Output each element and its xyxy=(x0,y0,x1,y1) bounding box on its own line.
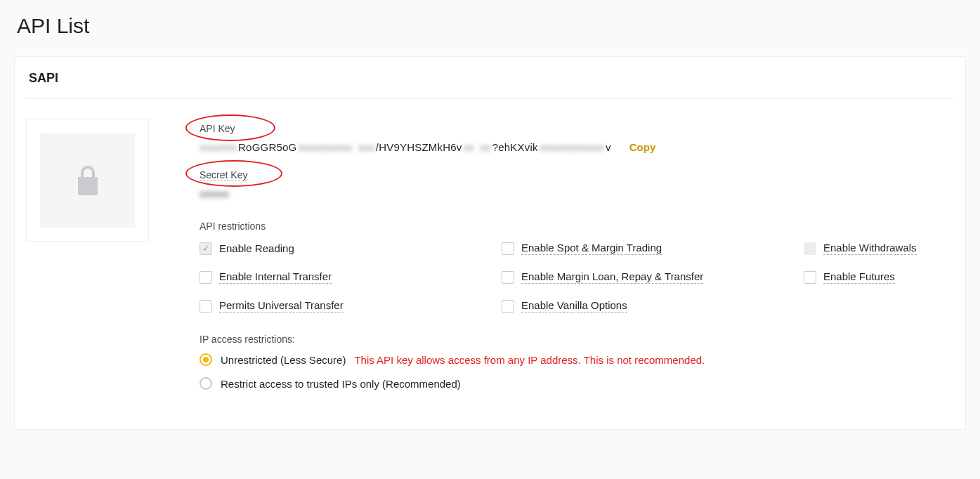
check-icon: ✓ xyxy=(202,244,210,253)
key-frag: xxxxXIx xyxy=(200,141,237,153)
ip-access-title: IP access restrictions: xyxy=(200,334,954,345)
radio-button[interactable] xyxy=(200,377,212,390)
api-key-group: API Key xxxxXIx RoGGR5oG xxxxxxxxxx xxx … xyxy=(200,123,954,153)
qr-lock-box xyxy=(26,119,149,242)
restriction-item[interactable]: Permits Universal Transfer xyxy=(200,299,502,313)
restriction-item: Enable Withdrawals xyxy=(804,242,944,255)
restriction-label: Enable Futures xyxy=(823,270,895,284)
restriction-label: Enable Spot & Margin Trading xyxy=(521,242,662,255)
restriction-label: Enable Reading xyxy=(219,242,294,255)
restriction-label: Enable Internal Transfer xyxy=(219,270,332,284)
ip-option-label: Restrict access to trusted IPs only (Rec… xyxy=(221,378,461,390)
restriction-label: Enable Vanilla Options xyxy=(521,299,627,313)
api-key-label: API Key xyxy=(200,123,954,134)
checkbox xyxy=(804,242,816,255)
ip-option-label: Unrestricted (Less Secure) xyxy=(221,354,346,366)
key-frag: v xyxy=(606,141,611,153)
lock-inner xyxy=(40,133,135,228)
api-key-value: xxxxXIx RoGGR5oG xxxxxxxxxx xxx /HV9YHSZ… xyxy=(200,141,611,153)
key-frag: xx xyxy=(480,141,490,153)
key-frag: xx xyxy=(463,141,473,153)
secret-key-value: xxxxxx xyxy=(200,188,954,199)
restriction-item[interactable]: Enable Futures xyxy=(804,270,944,284)
key-frag: xxxxxxxxxx xyxy=(298,141,352,153)
restriction-item: ✓Enable Reading xyxy=(200,242,502,255)
restriction-label: Enable Margin Loan, Repay & Transfer xyxy=(521,270,703,284)
key-frag: xxx xyxy=(358,141,374,153)
restriction-item[interactable]: Enable Spot & Margin Trading xyxy=(502,242,804,255)
restriction-label: Enable Withdrawals xyxy=(823,242,917,255)
ip-warning-text: This API key allows access from any IP a… xyxy=(354,354,705,366)
key-frag: /HV9YHSZMkH6v xyxy=(376,141,462,153)
restriction-item[interactable]: Enable Margin Loan, Repay & Transfer xyxy=(502,270,804,284)
key-frag: ?ehKXvik xyxy=(492,141,538,153)
key-frag: xxxxxxxxxxxx xyxy=(540,141,604,153)
checkbox[interactable] xyxy=(502,300,514,313)
api-card: SAPI API Key xxxxXIx RoGGR5oG xyxy=(14,56,966,430)
copy-api-key-button[interactable]: Copy xyxy=(629,141,656,153)
key-frag: RoGGR5oG xyxy=(238,141,296,153)
ip-option-row[interactable]: Unrestricted (Less Secure)This API key a… xyxy=(200,353,954,366)
radio-dot-icon xyxy=(203,357,209,362)
restriction-item[interactable]: Enable Vanilla Options xyxy=(502,299,804,313)
svg-rect-0 xyxy=(86,183,89,190)
content-row: API Key xxxxXIx RoGGR5oG xxxxxxxxxx xxx … xyxy=(26,119,954,401)
lock-icon xyxy=(75,164,100,197)
ip-access-section: IP access restrictions: Unrestricted (Le… xyxy=(200,334,954,390)
radio-button[interactable] xyxy=(200,353,212,366)
api-restrictions-label: API restrictions xyxy=(200,221,954,232)
restriction-item[interactable]: Enable Internal Transfer xyxy=(200,270,502,284)
secret-key-label: Secret Key xyxy=(200,169,247,181)
checkbox: ✓ xyxy=(200,242,212,255)
checkbox[interactable] xyxy=(200,271,212,284)
ip-option-row[interactable]: Restrict access to trusted IPs only (Rec… xyxy=(200,377,954,390)
restriction-label: Permits Universal Transfer xyxy=(219,299,344,313)
restrictions-grid: ✓Enable ReadingEnable Spot & Margin Trad… xyxy=(200,242,954,313)
checkbox[interactable] xyxy=(502,271,514,284)
secret-key-group: Secret Key xxxxxx xyxy=(200,169,954,199)
checkbox[interactable] xyxy=(200,300,212,313)
checkbox[interactable] xyxy=(502,242,514,255)
api-key-row: xxxxXIx RoGGR5oG xxxxxxxxxx xxx /HV9YHSZ… xyxy=(200,141,954,153)
checkbox[interactable] xyxy=(804,271,816,284)
api-details: API Key xxxxXIx RoGGR5oG xxxxxxxxxx xxx … xyxy=(200,119,954,401)
api-name-header: SAPI xyxy=(26,71,954,99)
page-title: API List xyxy=(17,14,966,38)
